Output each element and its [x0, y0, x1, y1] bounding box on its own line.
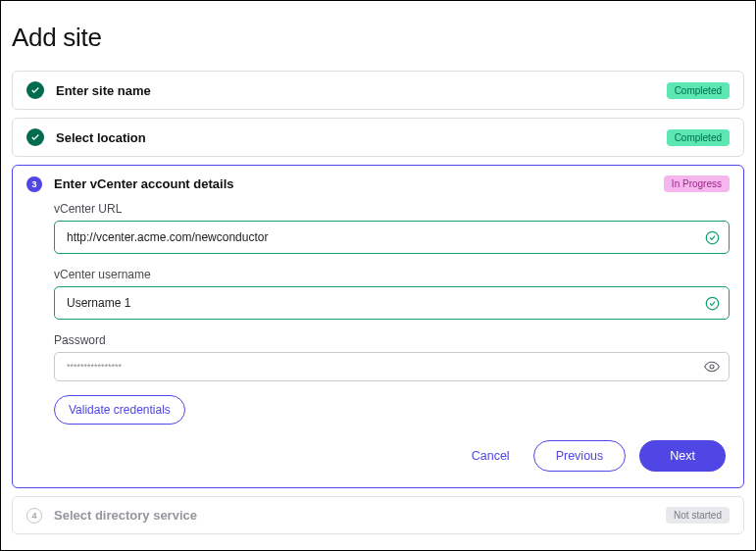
eye-icon[interactable] — [704, 359, 720, 375]
field-vcenter-url: vCenter URL — [54, 202, 730, 254]
status-badge-completed: Completed — [667, 82, 730, 99]
input-vcenter-url[interactable] — [54, 221, 730, 254]
step-select-directory-service[interactable]: 4 Select directory service Not started — [12, 496, 744, 534]
check-circle-icon — [26, 128, 44, 146]
step-number-icon: 4 — [26, 508, 42, 524]
step-number-icon: 3 — [26, 176, 42, 192]
check-circle-icon — [26, 81, 44, 99]
step-title: Select location — [56, 130, 655, 145]
status-badge-not-started: Not started — [666, 507, 730, 524]
step-vcenter-account: 3 Enter vCenter account details In Progr… — [12, 165, 744, 488]
label-vcenter-username: vCenter username — [54, 268, 730, 281]
step-title: Enter vCenter account details — [54, 176, 652, 191]
label-vcenter-url: vCenter URL — [54, 202, 730, 216]
step-title: Enter site name — [56, 83, 655, 98]
valid-check-icon — [704, 229, 720, 245]
svg-point-2 — [710, 365, 714, 369]
step-select-location[interactable]: Select location Completed — [12, 118, 744, 157]
page-title: Add site — [12, 23, 744, 53]
step-body: vCenter URL vCenter username Password — [26, 192, 730, 472]
step-actions: Cancel Previous Next — [54, 440, 730, 472]
valid-check-icon — [704, 295, 720, 311]
input-vcenter-username[interactable] — [54, 286, 730, 320]
step-title: Select directory service — [54, 508, 654, 523]
step-header: 3 Enter vCenter account details In Progr… — [26, 175, 730, 192]
cancel-button[interactable]: Cancel — [462, 441, 520, 471]
field-password: Password — [54, 333, 730, 381]
svg-point-0 — [706, 231, 719, 244]
label-password: Password — [54, 333, 730, 347]
step-enter-site-name[interactable]: Enter site name Completed — [12, 71, 744, 110]
validate-credentials-button[interactable]: Validate credentials — [54, 395, 185, 425]
input-password[interactable] — [54, 352, 730, 381]
field-vcenter-username: vCenter username — [54, 268, 730, 320]
next-button[interactable]: Next — [639, 440, 726, 472]
svg-point-1 — [706, 297, 719, 310]
status-badge-completed: Completed — [667, 129, 730, 146]
previous-button[interactable]: Previous — [533, 440, 627, 472]
status-badge-in-progress: In Progress — [664, 175, 730, 192]
